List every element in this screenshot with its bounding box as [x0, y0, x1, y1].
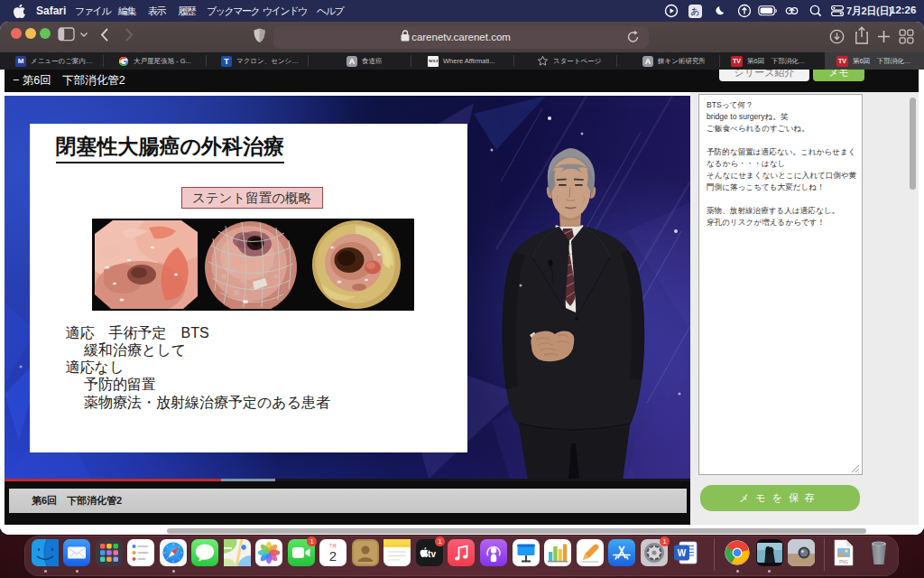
svg-text:tv: tv	[428, 549, 436, 559]
svg-text:W: W	[678, 548, 687, 558]
svg-text:PNG: PNG	[839, 560, 848, 564]
svg-text:2: 2	[329, 548, 337, 564]
